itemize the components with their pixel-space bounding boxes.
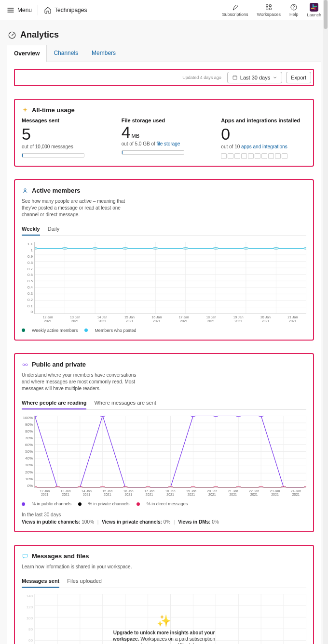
apps-link[interactable]: apps and integrations xyxy=(241,144,287,149)
menu-button[interactable]: Menu xyxy=(7,6,32,14)
svg-point-45 xyxy=(123,248,128,249)
svg-point-115 xyxy=(281,486,286,487)
svg-point-106 xyxy=(77,486,82,487)
topbar: Menu Technipages Subscriptions Workspace… xyxy=(0,0,328,20)
gauge-icon xyxy=(8,31,16,39)
rocket-icon xyxy=(232,3,239,11)
divider xyxy=(38,5,38,15)
svg-point-110 xyxy=(168,486,173,487)
messages-chart: 140120100806040200 12 Jan202113 Jan20211… xyxy=(22,594,306,644)
chevron-down-icon xyxy=(273,75,277,80)
svg-point-104 xyxy=(35,486,38,487)
nav-subscriptions[interactable]: Subscriptions xyxy=(222,3,248,17)
home-link[interactable]: Technipages xyxy=(44,6,87,14)
slack-icon xyxy=(310,3,318,12)
tab-weekly[interactable]: Weekly xyxy=(22,223,40,236)
svg-point-114 xyxy=(259,486,264,487)
hamburger-icon xyxy=(7,6,14,14)
svg-point-47 xyxy=(183,248,188,249)
card-public-private: Public and private Understand where your… xyxy=(14,353,314,532)
usage-storage: File storage used 4MB out of 5.0 GB of f… xyxy=(122,118,207,159)
apps-slots xyxy=(221,153,306,159)
site-name: Technipages xyxy=(55,7,87,13)
svg-point-113 xyxy=(236,486,241,487)
sparkle-icon xyxy=(22,107,28,114)
upgrade-overlay: ✨ Upgrade to unlock more insights about … xyxy=(22,594,306,644)
nav-launch[interactable]: Launch xyxy=(307,3,321,17)
tab-files-uploaded[interactable]: Files uploaded xyxy=(67,575,102,588)
file-storage-link[interactable]: file storage xyxy=(157,141,180,146)
svg-point-43 xyxy=(62,248,68,249)
page-title: Analytics xyxy=(20,30,59,40)
sparkle-icon: ✨ xyxy=(111,614,217,628)
svg-rect-1 xyxy=(270,4,272,6)
export-button[interactable]: Export xyxy=(286,72,311,83)
svg-point-88 xyxy=(259,416,264,416)
svg-point-48 xyxy=(213,248,219,249)
scrollbar[interactable] xyxy=(323,0,328,644)
usage-apps: Apps and integrations installed 0 out of… xyxy=(221,118,306,159)
svg-point-51 xyxy=(303,248,306,249)
tab-daily[interactable]: Daily xyxy=(48,223,59,236)
tab-overview[interactable]: Overview xyxy=(7,45,47,62)
svg-point-46 xyxy=(153,248,158,249)
glasses-icon xyxy=(22,361,28,368)
svg-rect-8 xyxy=(233,76,237,80)
card-messages-files: Messages and files Learn how information… xyxy=(14,545,314,644)
svg-point-52 xyxy=(23,364,25,366)
svg-point-53 xyxy=(26,364,27,366)
svg-point-85 xyxy=(191,416,196,416)
home-icon xyxy=(44,6,52,14)
svg-point-42 xyxy=(35,248,38,249)
scrollbar-thumb[interactable] xyxy=(324,0,328,29)
svg-point-78 xyxy=(35,416,38,416)
tab-members[interactable]: Members xyxy=(85,45,123,62)
svg-point-7 xyxy=(12,34,13,35)
svg-point-111 xyxy=(191,486,196,487)
tab-channels[interactable]: Channels xyxy=(47,45,85,62)
svg-point-105 xyxy=(55,486,60,487)
tab-where-sent[interactable]: Where messages are sent xyxy=(94,397,156,409)
tab-messages-sent[interactable]: Messages sent xyxy=(22,575,59,588)
svg-point-87 xyxy=(236,416,241,416)
svg-point-49 xyxy=(243,248,248,249)
updated-text: Updated 4 days ago xyxy=(182,75,221,80)
messages-progress xyxy=(22,153,84,158)
svg-point-107 xyxy=(100,486,105,487)
svg-point-81 xyxy=(100,416,105,416)
svg-rect-0 xyxy=(266,4,268,6)
page-header: Analytics xyxy=(7,27,321,45)
tab-where-reading[interactable]: Where people are reading xyxy=(22,397,86,409)
svg-point-5 xyxy=(294,8,294,9)
usage-messages: Messages sent 5 out of 10,000 messages xyxy=(22,118,107,159)
chat-icon xyxy=(22,553,28,560)
date-range-dropdown[interactable]: Last 30 days xyxy=(227,72,282,83)
public-private-chart: 100%90%80%70%60%50%40%30%20%10%0% 12 Jan… xyxy=(22,416,306,497)
svg-rect-2 xyxy=(266,8,268,10)
toolbar: Updated 4 days ago Last 30 days Export xyxy=(14,69,314,86)
svg-point-109 xyxy=(145,486,150,487)
svg-point-112 xyxy=(213,486,219,487)
svg-point-44 xyxy=(92,248,97,249)
active-members-chart: 1.110.90.80.70.60.50.40.30.20.10 12 Jan2… xyxy=(22,242,306,323)
svg-point-108 xyxy=(123,486,128,487)
help-icon xyxy=(290,3,298,11)
svg-rect-3 xyxy=(270,8,272,10)
nav-help[interactable]: Help xyxy=(289,3,299,17)
grid-icon xyxy=(265,3,273,11)
menu-label: Menu xyxy=(17,7,32,13)
svg-point-50 xyxy=(273,248,279,249)
analytics-tabs: Overview Channels Members xyxy=(7,45,321,62)
storage-progress xyxy=(122,150,184,155)
svg-point-86 xyxy=(213,416,219,416)
calendar-icon xyxy=(232,75,238,80)
svg-point-116 xyxy=(303,486,306,487)
nav-workspaces[interactable]: Workspaces xyxy=(257,3,281,17)
svg-point-9 xyxy=(24,189,26,191)
person-icon xyxy=(22,187,28,194)
card-all-time-usage: All-time usage Messages sent 5 out of 10… xyxy=(14,99,314,167)
card-active-members: Active members See how many people are a… xyxy=(14,179,314,340)
